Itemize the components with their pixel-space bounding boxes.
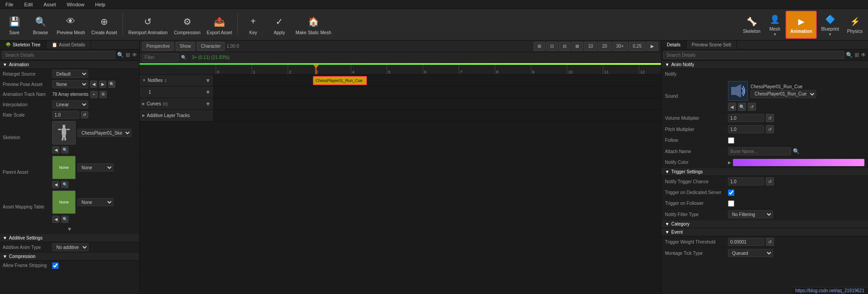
notify-chip[interactable]: ChessPlayer01_Run_Cue xyxy=(313,76,367,85)
character-btn[interactable]: Character xyxy=(197,42,225,51)
animation-mode-button[interactable]: ▶ Animation xyxy=(786,11,817,39)
parent-prev-btn[interactable]: ◀ xyxy=(52,181,59,188)
notifies-add-btn[interactable]: ▼ xyxy=(205,77,211,84)
view-btn-6[interactable]: 20 xyxy=(598,42,611,51)
view-btn-3[interactable]: ⊟ xyxy=(559,42,570,51)
dedicated-server-checkbox[interactable] xyxy=(728,190,734,196)
menu-edit[interactable]: Edit xyxy=(23,1,35,8)
blueprint-mode-button[interactable]: 🔷 Blueprint ▼ xyxy=(818,11,842,39)
sound-refresh-btn[interactable]: ↺ xyxy=(748,103,756,111)
attach-name-input[interactable] xyxy=(728,147,791,155)
notify-sub-arrow[interactable]: ▼ xyxy=(205,89,211,95)
mapping-search-btn[interactable]: 🔍 xyxy=(61,216,68,223)
additive-anim-dropdown[interactable]: No additive xyxy=(52,243,89,251)
preview-mesh-button[interactable]: 👁 Preview Mesh xyxy=(54,11,88,39)
menu-asset[interactable]: Asset xyxy=(42,1,58,8)
compression-button[interactable]: ⚙ Compression xyxy=(171,11,203,39)
sound-dropdown[interactable]: ChessPlayer01_Run_Cue xyxy=(750,90,816,98)
volume-mult-input[interactable] xyxy=(728,114,764,122)
make-static-button[interactable]: 🏠 Make Static Mesh xyxy=(293,11,334,39)
key-button[interactable]: + Key xyxy=(240,11,266,39)
event-section[interactable]: ▼ Event xyxy=(661,228,868,236)
preview-pose-prev-btn[interactable]: ◀ xyxy=(90,81,97,88)
asset-details-tab[interactable]: 📋 Asset Details xyxy=(46,41,91,49)
details-tab[interactable]: Details xyxy=(661,41,687,49)
physics-mode-button[interactable]: ⚡ Physics xyxy=(844,11,866,39)
skeleton-mode-button[interactable]: 🦴 Skeleton xyxy=(739,11,764,39)
animation-section-header[interactable]: ▼ Animation xyxy=(0,61,139,69)
notifies-expand-arrow[interactable]: ▼ xyxy=(142,78,146,82)
details-search-input[interactable] xyxy=(663,51,844,59)
playhead[interactable] xyxy=(316,65,316,75)
follower-checkbox[interactable] xyxy=(728,200,734,207)
details-view-icon[interactable]: ⊞ xyxy=(854,52,859,58)
view-btn-2[interactable]: ⊡ xyxy=(546,42,558,51)
sound-prev-btn[interactable]: ◀ xyxy=(728,103,736,111)
view-btn-9[interactable]: ▶ xyxy=(646,42,658,51)
allow-frame-checkbox[interactable] xyxy=(52,262,59,269)
trigger-chance-input[interactable] xyxy=(728,177,764,185)
anim-track-dup-btn[interactable]: ⧉ xyxy=(99,91,107,98)
pitch-mult-input[interactable] xyxy=(728,125,764,133)
view-btn-1[interactable]: ⊞ xyxy=(533,42,545,51)
skeleton-dropdown[interactable]: ChessPlayer01_Skeleton xyxy=(77,129,131,137)
view-btn-5[interactable]: 10 xyxy=(584,42,597,51)
grid-view-icon[interactable]: ⊞ xyxy=(126,52,130,58)
anim-track-add-btn[interactable]: + xyxy=(90,91,98,98)
show-btn[interactable]: Show xyxy=(176,42,195,51)
rate-scale-reset-btn[interactable]: ↺ xyxy=(81,111,88,118)
mesh-mode-button[interactable]: 👤 Mesh ▼ xyxy=(765,11,785,39)
eye-icon[interactable]: 👁 xyxy=(132,52,137,58)
follow-checkbox[interactable] xyxy=(728,137,734,144)
trigger-chance-reset[interactable]: ↺ xyxy=(766,177,774,185)
preview-pose-search-btn[interactable]: 🔍 xyxy=(108,81,115,88)
category-section[interactable]: ▼ Category xyxy=(661,220,868,228)
search-icon[interactable]: 🔍 xyxy=(117,52,124,58)
rate-scale-input[interactable] xyxy=(52,111,79,119)
trigger-weight-reset[interactable]: ↺ xyxy=(766,238,774,246)
sound-search-btn[interactable]: 🔍 xyxy=(738,103,746,111)
skeleton-prev-btn[interactable]: ◀ xyxy=(52,146,59,154)
perspective-btn[interactable]: Perspective xyxy=(142,42,174,51)
preview-pose-next-btn[interactable]: ▶ xyxy=(99,81,106,88)
left-search-input[interactable] xyxy=(2,51,115,59)
menu-help[interactable]: Help xyxy=(93,1,107,8)
menu-file[interactable]: File xyxy=(4,1,15,8)
pitch-reset-btn[interactable]: ↺ xyxy=(766,125,774,133)
menu-window[interactable]: Window xyxy=(65,1,86,8)
volume-reset-btn[interactable]: ↺ xyxy=(766,114,774,122)
curves-add-btn[interactable]: ▼ xyxy=(205,101,211,107)
montage-tick-dropdown[interactable]: Queued xyxy=(728,249,773,257)
filter-type-dropdown[interactable]: No Filtering xyxy=(728,210,773,218)
additive-settings-section-header[interactable]: ▼ Additive Settings xyxy=(0,234,139,242)
compression-section-header[interactable]: ▼ Compression xyxy=(0,253,139,261)
create-asset-button[interactable]: ⊕ Create Asset xyxy=(89,11,120,39)
preview-pose-dropdown[interactable]: None xyxy=(52,80,88,88)
anim-notify-section[interactable]: ▼ Anim Notify xyxy=(661,61,868,69)
parent-asset-dropdown[interactable]: None xyxy=(77,163,113,172)
skeleton-tree-tab[interactable]: 🌳 Skeleton Tree xyxy=(0,41,46,49)
timeline-filter-input[interactable] xyxy=(142,54,178,62)
interpolation-dropdown[interactable]: Linear xyxy=(52,100,88,109)
notify-color-bar[interactable] xyxy=(733,159,864,166)
additive-expand-arrow[interactable]: ▶ xyxy=(142,113,145,118)
skeleton-search-btn[interactable]: 🔍 xyxy=(61,146,68,154)
attach-search-icon[interactable]: 🔍 xyxy=(793,148,800,154)
view-btn-7[interactable]: 30+ xyxy=(612,42,628,51)
apply-button[interactable]: ✓ Apply xyxy=(267,11,292,39)
asset-mapping-dropdown[interactable]: None xyxy=(77,198,113,206)
save-button[interactable]: 💾 Save xyxy=(2,11,27,39)
reimport-button[interactable]: ↺ Reimport Animation xyxy=(126,11,170,39)
preview-scene-tab[interactable]: Preview Scene Sett xyxy=(687,41,737,49)
details-search-icon[interactable]: 🔍 xyxy=(846,52,853,58)
parent-search-btn[interactable]: 🔍 xyxy=(61,181,68,188)
curves-expand-arrow[interactable]: ▶ xyxy=(142,102,145,106)
mapping-prev-btn[interactable]: ◀ xyxy=(52,216,59,223)
view-btn-4[interactable]: ⊠ xyxy=(571,42,583,51)
view-btn-8[interactable]: 0.25 xyxy=(629,42,646,51)
trigger-weight-input[interactable] xyxy=(728,238,764,246)
trigger-settings-section[interactable]: ▼ Trigger Settings xyxy=(661,168,868,176)
details-eye-icon[interactable]: 👁 xyxy=(861,52,866,58)
export-asset-button[interactable]: 📤 Export Asset xyxy=(204,11,235,39)
retarget-source-dropdown[interactable]: Default xyxy=(52,70,88,78)
